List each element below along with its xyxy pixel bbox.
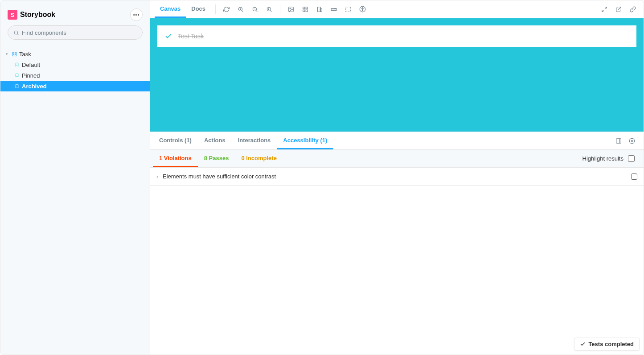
bookmark-icon	[14, 73, 20, 78]
toolbar: Canvas Docs	[150, 0, 644, 18]
search-input[interactable]	[22, 29, 137, 36]
svg-point-30	[362, 8, 362, 8]
tree-item-default[interactable]: Default	[0, 59, 150, 70]
panel-orientation-button[interactable]	[613, 136, 624, 146]
addons-panel: Controls (1) Actions Interactions Access…	[150, 132, 644, 355]
tree-item-archived[interactable]: Archived	[0, 81, 150, 91]
svg-rect-34	[616, 138, 621, 143]
search-input-wrap[interactable]	[8, 25, 143, 40]
highlight-results-checkbox[interactable]	[628, 155, 635, 162]
svg-rect-18	[306, 7, 308, 8]
grid-button[interactable]	[299, 3, 312, 16]
bookmark-icon	[14, 83, 20, 89]
zoom-out-button[interactable]	[249, 3, 261, 16]
sidebar-right-icon	[615, 138, 622, 144]
logo[interactable]: S Storybook	[8, 10, 55, 20]
tree-group-task: ▾ Task Default	[0, 49, 150, 91]
svg-rect-5	[12, 54, 14, 56]
close-icon	[629, 138, 635, 144]
svg-rect-28	[346, 7, 351, 12]
caret-down-icon: ▾	[6, 52, 9, 56]
tree-item-label: Archived	[22, 83, 47, 90]
addon-tab-actions[interactable]: Actions	[198, 132, 232, 149]
viewport-button[interactable]	[313, 3, 326, 16]
a11y-item-label: Elements must have sufficient color cont…	[163, 173, 276, 180]
task-title: Test Task	[178, 33, 204, 40]
sidebar-header: S Storybook •••	[0, 0, 150, 25]
chevron-right-icon: ›	[156, 173, 158, 180]
svg-rect-19	[306, 10, 308, 12]
accessibility-icon	[359, 6, 366, 12]
addon-tab-interactions[interactable]: Interactions	[232, 132, 277, 149]
tree-item-label: Pinned	[22, 72, 40, 79]
measure-button[interactable]	[328, 3, 340, 16]
a11y-subtab-incomplete[interactable]: 0 Incomplete	[235, 150, 283, 167]
panel-close-button[interactable]	[627, 136, 637, 146]
a11y-items: › Elements must have sufficient color co…	[150, 168, 644, 186]
svg-line-1	[17, 34, 18, 35]
brand-name: Storybook	[20, 11, 55, 19]
check-icon[interactable]	[164, 32, 172, 40]
a11y-subtab-violations[interactable]: 1 Violations	[153, 150, 198, 167]
check-icon	[580, 341, 586, 347]
svg-point-16	[290, 8, 291, 9]
separator	[280, 4, 280, 14]
copy-link-button[interactable]	[627, 3, 639, 16]
vision-button[interactable]	[356, 3, 369, 16]
bookmark-icon	[14, 62, 20, 67]
main: Canvas Docs	[150, 0, 644, 355]
grid-icon	[302, 6, 308, 12]
zoom-reset-icon	[266, 6, 272, 12]
tree-item-label: Default	[22, 62, 40, 68]
svg-line-32	[602, 10, 604, 12]
zoom-out-icon	[252, 6, 258, 12]
status-text: Tests completed	[588, 341, 634, 347]
separator	[215, 4, 216, 14]
addon-tab-accessibility[interactable]: Accessibility (1)	[277, 132, 333, 149]
viewport-icon	[316, 6, 323, 12]
zoom-in-button[interactable]	[234, 3, 247, 16]
ruler-icon	[331, 6, 337, 12]
open-isolated-button[interactable]	[612, 3, 625, 16]
outline-button[interactable]	[342, 3, 354, 16]
a11y-item-checkbox[interactable]	[631, 173, 637, 180]
background-button[interactable]	[285, 3, 297, 16]
canvas-preview: Test Task	[150, 18, 644, 132]
fullscreen-icon	[601, 6, 607, 12]
svg-rect-3	[15, 52, 16, 54]
status-pill[interactable]: Tests completed	[574, 338, 640, 351]
svg-point-0	[14, 31, 18, 34]
photo-icon	[288, 6, 294, 12]
svg-line-11	[256, 10, 258, 12]
component-tree: ▾ Task Default	[0, 45, 150, 91]
storybook-logo-icon: S	[8, 10, 17, 20]
tree-group-header[interactable]: ▾ Task	[0, 49, 150, 59]
ellipsis-icon: •••	[133, 12, 140, 17]
svg-rect-4	[15, 54, 16, 56]
tab-docs[interactable]: Docs	[186, 0, 211, 18]
svg-rect-20	[303, 10, 305, 12]
svg-line-31	[605, 7, 607, 8]
outline-icon	[345, 6, 351, 12]
svg-line-14	[271, 10, 272, 12]
component-icon	[11, 52, 17, 57]
tab-canvas[interactable]: Canvas	[155, 0, 186, 18]
a11y-subtab-passes[interactable]: 8 Passes	[198, 150, 235, 167]
search-icon	[13, 30, 19, 36]
tree-group-label: Task	[19, 51, 31, 58]
task-card: Test Task	[157, 25, 636, 47]
addon-tabs: Controls (1) Actions Interactions Access…	[150, 132, 644, 150]
fullscreen-button[interactable]	[598, 3, 611, 16]
share-icon	[615, 6, 622, 12]
tree-item-pinned[interactable]: Pinned	[0, 70, 150, 81]
sidebar: S Storybook ••• ▾ Ta	[0, 0, 150, 355]
view-tabs: Canvas Docs	[155, 0, 211, 18]
a11y-item[interactable]: › Elements must have sufficient color co…	[150, 168, 644, 186]
sync-icon	[223, 6, 230, 12]
addon-tab-controls[interactable]: Controls (1)	[153, 132, 198, 149]
remount-button[interactable]	[220, 3, 233, 16]
zoom-reset-button[interactable]	[263, 3, 275, 16]
sidebar-menu-button[interactable]: •••	[130, 8, 143, 21]
a11y-subtabs: 1 Violations 8 Passes 0 Incomplete Highl…	[150, 150, 644, 168]
zoom-in-icon	[238, 6, 244, 12]
